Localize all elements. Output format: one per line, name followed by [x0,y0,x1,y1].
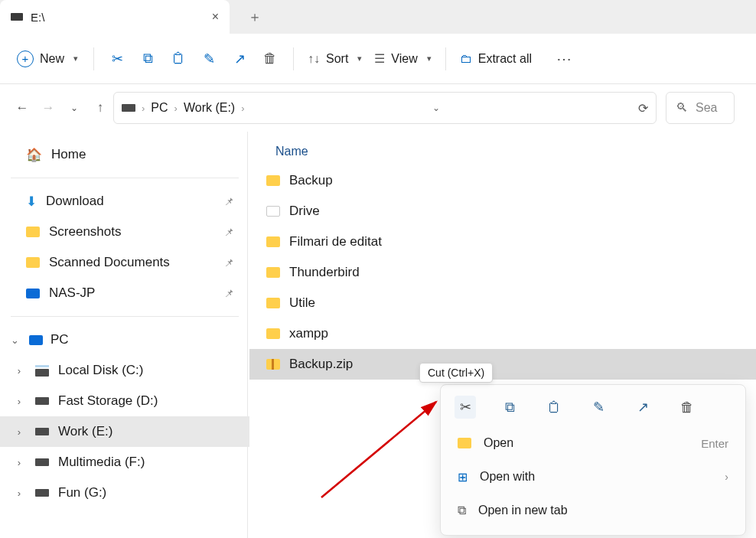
search-icon: 🔍︎ [676,101,688,115]
context-open-new-tab[interactable]: ⧉ Open in new tab [445,494,741,527]
chevron-down-icon: ▾ [357,54,362,64]
list-item[interactable]: Backup [249,165,756,196]
forward-button[interactable]: → [35,100,61,116]
rename-button[interactable]: ✎ [194,51,224,67]
breadcrumb-pc[interactable]: PC [151,101,168,115]
view-icon: ☰ [374,51,385,66]
separator [11,316,239,317]
sidebar-item-label: Download [46,194,104,209]
sort-button[interactable]: ↑↓ Sort ▾ [301,52,368,66]
sidebar-item-label: Screenshots [49,224,122,240]
list-item[interactable]: Thunderbird [249,257,756,288]
paste-button[interactable]: 📋︎ [163,51,194,67]
list-item[interactable]: xampp [249,318,756,349]
chevron-right-icon: › [174,103,178,114]
search-placeholder: Sea [696,101,717,115]
chevron-down-icon[interactable]: ⌄ [8,334,21,346]
refresh-button[interactable]: ⟳ [638,101,648,116]
delete-button[interactable]: 🗑︎ [255,51,285,67]
context-menu: ✂ ⧉ 📋︎ ✎ ↗ 🗑︎ Open Enter ⊞ Open with › ⧉… [440,384,746,536]
folder-icon [266,175,280,186]
folder-icon [266,236,280,247]
back-button[interactable]: ← [9,100,35,116]
list-item-selected[interactable]: Backup.zip [249,349,756,380]
address-bar[interactable]: › PC › Work (E:) › ⌄ ⟳ [113,92,657,124]
download-icon: ⬇ [26,194,37,210]
extract-all-button[interactable]: 🗀 Extract all [454,52,538,66]
sidebar-drive-e[interactable]: › Work (E:) [0,416,249,447]
up-button[interactable]: ↑ [87,100,113,116]
separator [93,47,94,70]
chevron-right-icon[interactable]: › [12,487,26,499]
pin-icon: 📌︎ [224,227,234,238]
chevron-right-icon[interactable]: › [12,396,26,407]
context-paste-button[interactable]: 📋︎ [543,399,565,416]
sidebar-item-pc[interactable]: ⌄ PC [0,324,249,355]
list-item[interactable]: Drive [249,196,756,227]
sidebar-item-home[interactable]: 🏠 Home [0,139,249,170]
breadcrumb-drive[interactable]: Work (E:) [184,101,235,115]
extract-icon: 🗀 [460,52,472,66]
home-label: Home [51,147,86,162]
history-dropdown[interactable]: ⌄ [61,103,87,113]
pane-splitter[interactable] [247,132,248,538]
context-open[interactable]: Open Enter [445,426,741,460]
context-copy-button[interactable]: ⧉ [499,399,520,416]
context-cut-button[interactable]: ✂ [455,396,476,419]
more-button[interactable]: ⋯ [556,50,573,68]
pin-icon: 📌︎ [224,288,234,299]
folder-icon [266,328,280,339]
close-icon[interactable]: × [212,10,219,24]
separator [445,47,446,70]
pin-icon: 📌︎ [224,257,234,269]
chevron-right-icon[interactable]: › [12,457,26,468]
sidebar-drive-d[interactable]: › Fast Storage (D:) [0,386,249,416]
context-rename-button[interactable]: ✎ [588,399,609,416]
share-button[interactable]: ↗ [224,51,255,67]
context-label: Open [484,436,513,450]
search-input[interactable]: 🔍︎ Sea [666,92,735,124]
address-dropdown[interactable]: ⌄ [432,103,440,113]
chevron-right-icon[interactable]: › [12,365,26,377]
open-with-icon: ⊞ [458,470,468,484]
sidebar-item-screenshots[interactable]: Screenshots 📌︎ [0,217,249,247]
tooltip-cut: Cut (Ctrl+X) [419,363,493,383]
sidebar-drive-c[interactable]: › Local Disk (C:) [0,355,249,386]
copy-button[interactable]: ⧉ [132,51,163,67]
sidebar-drive-f[interactable]: › Multimedia (F:) [0,447,249,478]
list-item[interactable]: Utile [249,288,756,318]
sidebar-item-nas-jp[interactable]: NAS-JP 📌︎ [0,278,249,308]
active-tab[interactable]: E:\ × [0,0,230,34]
folder-icon [266,267,280,278]
drive-icon [122,104,135,112]
sidebar-item-scanned-documents[interactable]: Scanned Documents 📌︎ [0,247,249,278]
new-tab-icon: ⧉ [458,504,466,517]
context-share-button[interactable]: ↗ [632,399,653,416]
drive-label: Local Disk (C:) [58,363,143,378]
list-item[interactable]: Filmari de editat [249,227,756,257]
column-header-name[interactable]: Name [249,138,756,165]
sidebar-drive-g[interactable]: › Fun (G:) [0,478,249,508]
sidebar-item-download[interactable]: ⬇ Download 📌︎ [0,186,249,217]
context-open-with[interactable]: ⊞ Open with › [445,460,741,494]
plus-circle-icon: + [17,51,34,67]
new-label: New [40,52,64,66]
separator [11,178,239,178]
view-button[interactable]: ☰ View ▾ [368,51,437,66]
separator [293,47,294,70]
new-button[interactable]: + New ▾ [9,46,86,72]
sidebar-item-label: Scanned Documents [49,255,170,270]
view-label: View [391,52,417,66]
folder-icon [458,438,471,448]
sort-icon: ↑↓ [308,52,320,66]
drive-icon [35,458,49,466]
chevron-right-icon[interactable]: › [12,426,26,438]
chevron-right-icon: › [725,471,728,483]
tab-title: E:\ [31,11,44,24]
new-tab-button[interactable]: ＋ [248,8,262,26]
drive-icon [35,365,49,377]
item-label: Backup.zip [289,357,353,372]
cut-button[interactable]: ✂ [102,51,132,67]
context-delete-button[interactable]: 🗑︎ [676,399,698,416]
pc-label: PC [51,332,69,347]
